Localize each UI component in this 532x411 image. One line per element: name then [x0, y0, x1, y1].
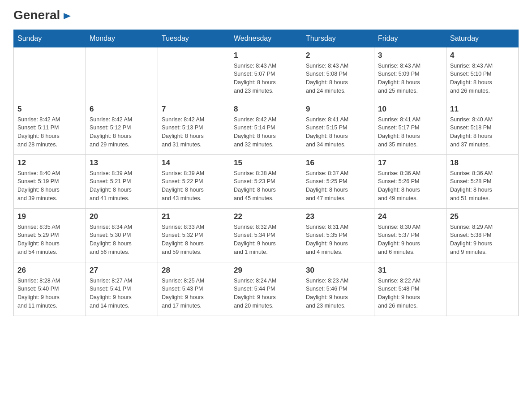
- day-number: 10: [378, 105, 442, 114]
- calendar-cell: [14, 47, 86, 101]
- calendar-week-row: 12Sunrise: 8:40 AM Sunset: 5:19 PM Dayli…: [14, 154, 519, 208]
- calendar-cell: 16Sunrise: 8:37 AM Sunset: 5:25 PM Dayli…: [302, 154, 374, 208]
- day-info: Sunrise: 8:41 AM Sunset: 5:17 PM Dayligh…: [378, 116, 442, 149]
- day-info: Sunrise: 8:39 AM Sunset: 5:21 PM Dayligh…: [90, 169, 154, 203]
- day-number: 16: [306, 158, 370, 167]
- day-number: 29: [234, 266, 298, 275]
- day-info: Sunrise: 8:35 AM Sunset: 5:29 PM Dayligh…: [17, 223, 82, 257]
- day-number: 4: [450, 51, 515, 60]
- day-info: Sunrise: 8:38 AM Sunset: 5:23 PM Dayligh…: [234, 169, 298, 203]
- calendar-cell: 2Sunrise: 8:43 AM Sunset: 5:08 PM Daylig…: [302, 47, 374, 101]
- calendar-cell: 25Sunrise: 8:29 AM Sunset: 5:38 PM Dayli…: [446, 208, 519, 262]
- calendar-week-row: 5Sunrise: 8:42 AM Sunset: 5:11 PM Daylig…: [14, 101, 519, 154]
- day-number: 26: [17, 266, 82, 275]
- day-info: Sunrise: 8:28 AM Sunset: 5:40 PM Dayligh…: [17, 277, 82, 310]
- calendar-day-header: Friday: [374, 30, 446, 47]
- day-info: Sunrise: 8:36 AM Sunset: 5:28 PM Dayligh…: [450, 169, 515, 203]
- day-number: 25: [450, 212, 515, 221]
- calendar-cell: 21Sunrise: 8:33 AM Sunset: 5:32 PM Dayli…: [158, 208, 230, 262]
- calendar-cell: 19Sunrise: 8:35 AM Sunset: 5:29 PM Dayli…: [14, 208, 86, 262]
- day-number: 13: [90, 158, 154, 167]
- calendar-cell: 1Sunrise: 8:43 AM Sunset: 5:07 PM Daylig…: [230, 47, 302, 101]
- calendar-cell: 5Sunrise: 8:42 AM Sunset: 5:11 PM Daylig…: [14, 101, 86, 154]
- calendar-cell: 6Sunrise: 8:42 AM Sunset: 5:12 PM Daylig…: [86, 101, 158, 154]
- calendar-cell: 4Sunrise: 8:43 AM Sunset: 5:10 PM Daylig…: [446, 47, 519, 101]
- calendar-header-row: SundayMondayTuesdayWednesdayThursdayFrid…: [14, 30, 519, 47]
- day-info: Sunrise: 8:33 AM Sunset: 5:32 PM Dayligh…: [162, 223, 226, 257]
- logo-general-text: General: [13, 9, 71, 22]
- day-info: Sunrise: 8:42 AM Sunset: 5:11 PM Dayligh…: [17, 116, 82, 149]
- page-header: General: [13, 9, 519, 21]
- calendar-cell: 15Sunrise: 8:38 AM Sunset: 5:23 PM Dayli…: [230, 154, 302, 208]
- calendar-cell: 29Sunrise: 8:24 AM Sunset: 5:44 PM Dayli…: [230, 262, 302, 316]
- calendar-cell: 30Sunrise: 8:23 AM Sunset: 5:46 PM Dayli…: [302, 262, 374, 316]
- calendar-cell: 20Sunrise: 8:34 AM Sunset: 5:30 PM Dayli…: [86, 208, 158, 262]
- day-number: 7: [162, 105, 226, 114]
- day-number: 11: [450, 105, 515, 114]
- day-number: 19: [17, 212, 82, 221]
- calendar-cell: 24Sunrise: 8:30 AM Sunset: 5:37 PM Dayli…: [374, 208, 446, 262]
- day-number: 21: [162, 212, 226, 221]
- calendar-cell: 27Sunrise: 8:27 AM Sunset: 5:41 PM Dayli…: [86, 262, 158, 316]
- day-info: Sunrise: 8:37 AM Sunset: 5:25 PM Dayligh…: [306, 169, 370, 203]
- day-number: 22: [234, 212, 298, 221]
- day-number: 8: [234, 105, 298, 114]
- day-number: 30: [306, 266, 370, 275]
- calendar-week-row: 19Sunrise: 8:35 AM Sunset: 5:29 PM Dayli…: [14, 208, 519, 262]
- day-info: Sunrise: 8:34 AM Sunset: 5:30 PM Dayligh…: [90, 223, 154, 257]
- day-info: Sunrise: 8:40 AM Sunset: 5:18 PM Dayligh…: [450, 116, 515, 149]
- calendar-day-header: Monday: [86, 30, 158, 47]
- day-info: Sunrise: 8:43 AM Sunset: 5:08 PM Dayligh…: [306, 62, 370, 95]
- day-info: Sunrise: 8:42 AM Sunset: 5:14 PM Dayligh…: [234, 116, 298, 149]
- day-number: 24: [378, 212, 442, 221]
- calendar-day-header: Tuesday: [158, 30, 230, 47]
- day-info: Sunrise: 8:42 AM Sunset: 5:12 PM Dayligh…: [90, 116, 154, 149]
- day-info: Sunrise: 8:41 AM Sunset: 5:15 PM Dayligh…: [306, 116, 370, 149]
- day-info: Sunrise: 8:23 AM Sunset: 5:46 PM Dayligh…: [306, 277, 370, 310]
- calendar-week-row: 26Sunrise: 8:28 AM Sunset: 5:40 PM Dayli…: [14, 262, 519, 316]
- calendar-week-row: 1Sunrise: 8:43 AM Sunset: 5:07 PM Daylig…: [14, 47, 519, 101]
- day-number: 5: [17, 105, 82, 114]
- day-number: 1: [234, 51, 298, 60]
- day-number: 31: [378, 266, 442, 275]
- day-number: 17: [378, 158, 442, 167]
- calendar-cell: 28Sunrise: 8:25 AM Sunset: 5:43 PM Dayli…: [158, 262, 230, 316]
- calendar-cell: 14Sunrise: 8:39 AM Sunset: 5:22 PM Dayli…: [158, 154, 230, 208]
- day-number: 12: [17, 158, 82, 167]
- calendar-cell: 13Sunrise: 8:39 AM Sunset: 5:21 PM Dayli…: [86, 154, 158, 208]
- day-info: Sunrise: 8:32 AM Sunset: 5:34 PM Dayligh…: [234, 223, 298, 257]
- day-number: 23: [306, 212, 370, 221]
- day-info: Sunrise: 8:42 AM Sunset: 5:13 PM Dayligh…: [162, 116, 226, 149]
- day-info: Sunrise: 8:36 AM Sunset: 5:26 PM Dayligh…: [378, 169, 442, 203]
- calendar-cell: 3Sunrise: 8:43 AM Sunset: 5:09 PM Daylig…: [374, 47, 446, 101]
- calendar-day-header: Saturday: [446, 30, 519, 47]
- calendar-cell: [158, 47, 230, 101]
- svg-marker-0: [64, 13, 71, 19]
- calendar-cell: 22Sunrise: 8:32 AM Sunset: 5:34 PM Dayli…: [230, 208, 302, 262]
- day-info: Sunrise: 8:43 AM Sunset: 5:10 PM Dayligh…: [450, 62, 515, 95]
- day-number: 28: [162, 266, 226, 275]
- calendar-cell: [446, 262, 519, 316]
- day-info: Sunrise: 8:27 AM Sunset: 5:41 PM Dayligh…: [90, 277, 154, 310]
- calendar-cell: 17Sunrise: 8:36 AM Sunset: 5:26 PM Dayli…: [374, 154, 446, 208]
- calendar-day-header: Thursday: [302, 30, 374, 47]
- day-info: Sunrise: 8:22 AM Sunset: 5:48 PM Dayligh…: [378, 277, 442, 310]
- calendar-cell: 9Sunrise: 8:41 AM Sunset: 5:15 PM Daylig…: [302, 101, 374, 154]
- calendar-cell: 26Sunrise: 8:28 AM Sunset: 5:40 PM Dayli…: [14, 262, 86, 316]
- calendar-cell: 18Sunrise: 8:36 AM Sunset: 5:28 PM Dayli…: [446, 154, 519, 208]
- calendar-cell: 11Sunrise: 8:40 AM Sunset: 5:18 PM Dayli…: [446, 101, 519, 154]
- day-info: Sunrise: 8:31 AM Sunset: 5:35 PM Dayligh…: [306, 223, 370, 257]
- day-number: 9: [306, 105, 370, 114]
- calendar-cell: 23Sunrise: 8:31 AM Sunset: 5:35 PM Dayli…: [302, 208, 374, 262]
- day-info: Sunrise: 8:24 AM Sunset: 5:44 PM Dayligh…: [234, 277, 298, 310]
- calendar-cell: 8Sunrise: 8:42 AM Sunset: 5:14 PM Daylig…: [230, 101, 302, 154]
- day-info: Sunrise: 8:39 AM Sunset: 5:22 PM Dayligh…: [162, 169, 226, 203]
- calendar-cell: [86, 47, 158, 101]
- day-info: Sunrise: 8:30 AM Sunset: 5:37 PM Dayligh…: [378, 223, 442, 257]
- calendar-table: SundayMondayTuesdayWednesdayThursdayFrid…: [13, 30, 519, 316]
- day-info: Sunrise: 8:29 AM Sunset: 5:38 PM Dayligh…: [450, 223, 515, 257]
- calendar-day-header: Wednesday: [230, 30, 302, 47]
- day-number: 6: [90, 105, 154, 114]
- day-number: 18: [450, 158, 515, 167]
- calendar-day-header: Sunday: [14, 30, 86, 47]
